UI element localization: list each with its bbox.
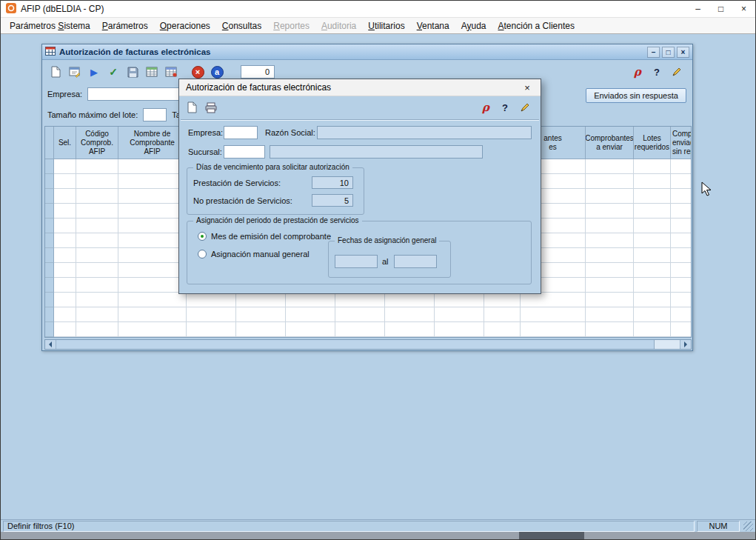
shortcuts-button[interactable] bbox=[667, 63, 685, 81]
table-cell[interactable] bbox=[236, 322, 286, 337]
table-cell[interactable] bbox=[385, 293, 435, 307]
table-cell[interactable] bbox=[671, 293, 692, 307]
view-lotes-button[interactable] bbox=[143, 63, 161, 81]
table-cell[interactable] bbox=[76, 159, 118, 174]
table-cell[interactable] bbox=[54, 174, 76, 189]
table-cell[interactable] bbox=[385, 322, 435, 337]
table-cell[interactable] bbox=[45, 174, 54, 189]
table-cell[interactable] bbox=[54, 293, 76, 307]
table-cell[interactable] bbox=[54, 233, 76, 248]
radio-unchecked-icon[interactable] bbox=[198, 250, 207, 259]
table-cell[interactable] bbox=[586, 293, 634, 307]
table-cell[interactable] bbox=[484, 293, 521, 307]
table-cell[interactable] bbox=[634, 233, 671, 248]
dialog-shortcuts-button[interactable] bbox=[515, 99, 533, 116]
table-cell[interactable] bbox=[236, 293, 286, 307]
table-cell[interactable] bbox=[45, 307, 54, 322]
dialog-print-button[interactable] bbox=[202, 99, 220, 116]
table-cell[interactable] bbox=[118, 159, 187, 174]
dialog-close-button[interactable]: × bbox=[514, 79, 541, 96]
table-cell[interactable] bbox=[586, 322, 634, 337]
mes-emision-radio-option[interactable]: Mes de emisión del comprobante bbox=[198, 232, 331, 241]
table-cell[interactable] bbox=[76, 307, 118, 322]
radio-checked-icon[interactable] bbox=[198, 232, 207, 241]
table-cell[interactable] bbox=[54, 322, 76, 337]
table-row[interactable] bbox=[45, 322, 691, 337]
table-cell[interactable] bbox=[671, 278, 692, 293]
dialog-help-button[interactable]: ? bbox=[496, 99, 514, 116]
scroll-right-button[interactable] bbox=[680, 340, 691, 349]
table-cell[interactable] bbox=[634, 159, 671, 174]
dialog-exit-button[interactable]: ρ bbox=[477, 99, 495, 116]
table-cell[interactable] bbox=[45, 204, 54, 219]
table-cell[interactable] bbox=[76, 204, 118, 219]
menu-item-ayuda[interactable]: Ayuda bbox=[455, 19, 492, 33]
table-cell[interactable] bbox=[76, 278, 118, 293]
table-cell[interactable] bbox=[586, 248, 634, 263]
table-cell[interactable] bbox=[671, 174, 692, 189]
table-cell[interactable] bbox=[45, 293, 54, 307]
table-cell[interactable] bbox=[586, 204, 634, 219]
table-cell[interactable] bbox=[484, 307, 521, 322]
table-cell[interactable] bbox=[76, 248, 118, 263]
table-cell[interactable] bbox=[118, 307, 187, 322]
table-cell[interactable] bbox=[634, 204, 671, 219]
menu-item-atencion-a-clientes[interactable]: Atención a Clientes bbox=[492, 19, 581, 33]
table-cell[interactable] bbox=[634, 189, 671, 204]
table-cell[interactable] bbox=[586, 307, 634, 322]
table-cell[interactable] bbox=[45, 233, 54, 248]
table-cell[interactable] bbox=[634, 219, 671, 233]
table-cell[interactable] bbox=[118, 233, 187, 248]
menu-item-parametros[interactable]: Parámetros bbox=[96, 19, 154, 33]
table-cell[interactable] bbox=[76, 174, 118, 189]
table-cell[interactable] bbox=[671, 159, 692, 174]
scroll-left-button[interactable] bbox=[45, 340, 56, 349]
help-button[interactable]: ? bbox=[648, 63, 666, 81]
table-cell[interactable] bbox=[634, 174, 671, 189]
properties-button[interactable] bbox=[66, 63, 84, 81]
resize-grip-icon[interactable] bbox=[743, 521, 753, 531]
table-cell[interactable] bbox=[586, 233, 634, 248]
table-cell[interactable] bbox=[286, 322, 335, 337]
table-cell[interactable] bbox=[335, 293, 385, 307]
prestacion-value-field[interactable]: 10 bbox=[312, 176, 353, 189]
table-cell[interactable] bbox=[118, 174, 187, 189]
table-cell[interactable] bbox=[54, 219, 76, 233]
confirm-button[interactable]: ✓ bbox=[104, 63, 122, 81]
table-cell[interactable] bbox=[54, 189, 76, 204]
table-cell[interactable] bbox=[671, 233, 692, 248]
table-cell[interactable] bbox=[671, 204, 692, 219]
table-cell[interactable] bbox=[76, 293, 118, 307]
table-cell[interactable] bbox=[54, 307, 76, 322]
table-cell[interactable] bbox=[671, 219, 692, 233]
table-cell[interactable] bbox=[634, 322, 671, 337]
table-cell[interactable] bbox=[335, 322, 385, 337]
table-cell[interactable] bbox=[118, 189, 187, 204]
minimize-button[interactable]: – bbox=[686, 1, 709, 17]
table-cell[interactable] bbox=[634, 278, 671, 293]
table-cell[interactable] bbox=[634, 293, 671, 307]
table-cell[interactable] bbox=[118, 204, 187, 219]
enviados-sin-respuesta-button[interactable]: Enviados sin respuesta bbox=[586, 88, 686, 103]
table-cell[interactable] bbox=[286, 307, 335, 322]
table-cell[interactable] bbox=[671, 263, 692, 278]
table-cell[interactable] bbox=[671, 189, 692, 204]
table-cell[interactable] bbox=[435, 293, 484, 307]
table-cell[interactable] bbox=[671, 322, 692, 337]
table-cell[interactable] bbox=[54, 263, 76, 278]
new-record-button[interactable] bbox=[47, 63, 64, 81]
table-cell[interactable] bbox=[45, 159, 54, 174]
maximize-button[interactable]: □ bbox=[709, 1, 732, 17]
table-cell[interactable] bbox=[586, 159, 634, 174]
table-cell[interactable] bbox=[435, 322, 484, 337]
fecha-desde-input[interactable] bbox=[335, 255, 378, 268]
scroll-thumb[interactable] bbox=[56, 340, 655, 349]
table-cell[interactable] bbox=[335, 307, 385, 322]
table-cell[interactable] bbox=[76, 189, 118, 204]
dialog-new-button[interactable] bbox=[183, 99, 201, 116]
table-cell[interactable] bbox=[634, 307, 671, 322]
table-cell[interactable] bbox=[634, 263, 671, 278]
table-cell[interactable] bbox=[45, 322, 54, 337]
table-cell[interactable] bbox=[187, 293, 236, 307]
table-cell[interactable] bbox=[385, 307, 435, 322]
